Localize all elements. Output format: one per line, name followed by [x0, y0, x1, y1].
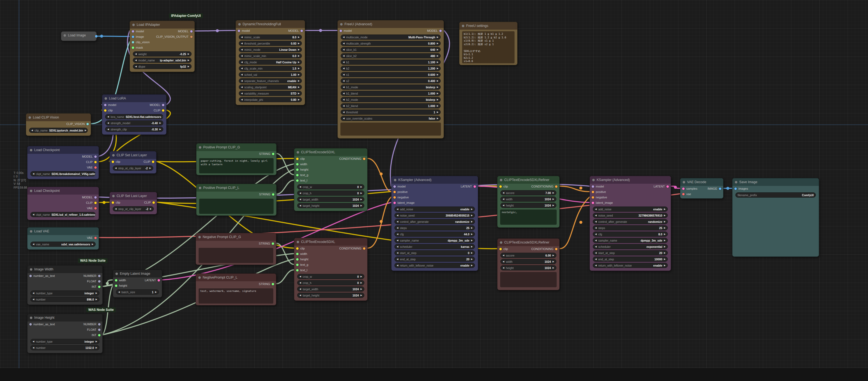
stepper-right-icon[interactable]: ▶ — [664, 252, 665, 254]
node-title-bar[interactable]: Positive Prompt CLIP_G — [196, 144, 276, 151]
output-slot[interactable]: IMAGE — [708, 187, 721, 190]
stepper-widget[interactable]: ◀number_typeinteger▶ — [30, 339, 99, 344]
node-title-bar[interactable]: Image Width — [27, 265, 102, 273]
widget-value[interactable]: 0.800 — [428, 42, 435, 45]
stepper-widget[interactable]: ◀ascore7.00▶ — [500, 190, 556, 196]
stepper-widget[interactable]: ◀number896.0▶ — [30, 297, 99, 302]
stepper-right-icon[interactable]: ▶ — [553, 260, 554, 263]
collapse-dot-icon[interactable] — [394, 179, 396, 181]
widget-value[interactable]: 0.93 — [291, 42, 296, 45]
input-slot[interactable]: number_as_text — [29, 274, 55, 277]
widget-value[interactable]: -2 — [146, 207, 148, 211]
stepper-right-icon[interactable]: ▶ — [298, 86, 300, 88]
collapse-dot-icon[interactable] — [30, 149, 32, 151]
stepper-widget[interactable]: ◀width1024▶ — [500, 259, 556, 264]
output-slot[interactable]: LATENT — [461, 185, 476, 188]
stepper-widget[interactable]: ◀width1024▶ — [500, 197, 556, 202]
widget-value[interactable]: 0 — [357, 185, 359, 188]
stepper-widget[interactable]: ◀b1_blend1.000▶ — [341, 91, 441, 96]
widget-value[interactable]: ComfyUI — [802, 194, 814, 197]
output-slot[interactable]: CLIP_VISION — [66, 122, 89, 125]
stepper-widget[interactable]: ◀number_typeinteger▶ — [30, 291, 99, 296]
stepper-widget[interactable]: ◀crop_w0▶ — [297, 274, 364, 279]
node-title-bar[interactable]: Load Checkpoint — [27, 187, 99, 195]
stepper-right-icon[interactable]: ▶ — [298, 61, 300, 63]
link-reroute-dot[interactable] — [580, 221, 583, 224]
link-reroute-dot[interactable] — [103, 201, 106, 204]
node-clip-set-last-layer-refiner[interactable]: CLIP Set Last LayerclipCLIP◀stop_at_clip… — [110, 192, 157, 214]
node-image-width[interactable]: Image Widthnumber_as_textNUMBERFLOATINT◀… — [27, 265, 103, 305]
output-slot-dot[interactable] — [190, 30, 193, 33]
stepper-right-icon[interactable]: ▶ — [298, 92, 300, 94]
stepper-left-icon[interactable]: ◀ — [241, 48, 243, 51]
stepper-widget[interactable]: ◀crop_h0▶ — [297, 280, 364, 285]
stepper-widget[interactable]: ◀steps25▶ — [395, 225, 475, 230]
collapse-dot-icon[interactable] — [198, 276, 201, 279]
stepper-right-icon[interactable]: ▶ — [298, 36, 300, 38]
input-slot[interactable]: height — [296, 168, 308, 171]
stepper-right-icon[interactable]: ▶ — [471, 221, 473, 223]
input-slot[interactable]: clip — [296, 247, 305, 250]
node-title-bar[interactable]: Load CLIP Vision — [26, 114, 91, 121]
widget-value[interactable]: 25 — [659, 226, 662, 230]
stepper-left-icon[interactable]: ◀ — [299, 282, 301, 284]
stepper-right-icon[interactable]: ▶ — [471, 264, 473, 267]
stepper-left-icon[interactable]: ◀ — [595, 221, 597, 223]
stepper-left-icon[interactable]: ◀ — [33, 347, 34, 349]
stepper-left-icon[interactable]: ◀ — [241, 92, 243, 94]
stepper-widget[interactable]: ◀sched_val1.00▶ — [239, 72, 302, 77]
stepper-left-icon[interactable]: ◀ — [241, 74, 243, 76]
collapse-dot-icon[interactable] — [735, 181, 737, 183]
output-slot-dot[interactable] — [272, 193, 274, 196]
text-area[interactable]: b1(1.1): 推奨 1 ≦ b1 ≦ 1.2 b2(1.2): 推奨 1.2… — [462, 31, 515, 63]
input-slot-dot[interactable] — [112, 160, 114, 163]
output-slot-dot[interactable] — [95, 35, 97, 37]
stepper-left-icon[interactable]: ◀ — [503, 254, 504, 257]
output-slot[interactable]: CONDITIONING — [339, 157, 365, 160]
widget-value[interactable]: 0.0 — [292, 54, 297, 58]
stepper-left-icon[interactable]: ◀ — [241, 36, 243, 38]
stepper-left-icon[interactable]: ◀ — [115, 167, 117, 169]
stepper-left-icon[interactable]: ◀ — [397, 252, 398, 254]
stepper-widget[interactable]: ◀return_with_leftover_noiseenable▶ — [395, 263, 475, 268]
stepper-right-icon[interactable]: ▶ — [437, 117, 438, 120]
output-slot[interactable]: MODEL — [150, 103, 164, 107]
collapse-dot-icon[interactable] — [297, 241, 299, 243]
stepper-left-icon[interactable]: ◀ — [595, 239, 597, 242]
widget-value[interactable]: -0.40 — [151, 121, 158, 125]
stepper-widget[interactable]: ◀threshold1▶ — [341, 110, 441, 115]
stepper-right-icon[interactable]: ▶ — [664, 239, 665, 242]
output-slot-dot[interactable] — [152, 160, 154, 163]
output-slot-dot[interactable] — [666, 185, 669, 188]
output-slot[interactable]: CLIP_VISION_OUTPUT — [156, 35, 193, 38]
input-slot-dot[interactable] — [29, 323, 32, 326]
input-slot[interactable]: samples — [682, 187, 698, 190]
input-slot[interactable]: model — [238, 29, 250, 32]
node-clip-text-encode-refiner-neg[interactable]: CLIPTextEncodeSDXLRefinerclipCONDITIONIN… — [497, 238, 560, 290]
node-title-bar[interactable]: Negative Prompt CLIP_G — [196, 233, 276, 241]
stepper-widget[interactable]: ◀ckpt_nameSDXL\sd_xl_refiner_1.0.safeten… — [30, 212, 96, 217]
output-slot-dot[interactable] — [98, 323, 100, 326]
widget-value[interactable]: karras — [461, 245, 469, 248]
node-ksampler-advanced-refiner[interactable]: KSampler (Advanced)modelLATENTpositivene… — [590, 176, 671, 271]
widget-value[interactable]: 0.400 — [428, 79, 435, 83]
node-title-bar[interactable]: CLIPTextEncodeSDXL — [294, 148, 367, 156]
output-slot-dot[interactable] — [94, 155, 97, 158]
stepper-widget[interactable]: ◀cfg44.0▶ — [395, 232, 475, 237]
input-slot[interactable]: clip — [296, 157, 305, 160]
stepper-widget[interactable]: ◀mimic_scale_min0.0▶ — [239, 53, 302, 58]
widget-value[interactable]: 896.0 — [87, 298, 94, 301]
input-slot[interactable]: text_l — [296, 268, 307, 272]
stepper-left-icon[interactable]: ◀ — [33, 292, 34, 294]
output-slot[interactable]: CLIP — [144, 160, 154, 163]
collapse-dot-icon[interactable] — [199, 187, 201, 189]
stepper-left-icon[interactable]: ◀ — [595, 264, 597, 267]
widget-value[interactable]: dpmpp_3m_sde — [641, 239, 662, 242]
stepper-right-icon[interactable]: ▶ — [553, 267, 554, 269]
input-slot-dot[interactable] — [132, 47, 134, 49]
stepper-widget[interactable]: ◀control_after_generaterandomize▶ — [593, 219, 668, 224]
node-title-bar[interactable]: CLIPTextEncodeSDXLRefiner — [497, 239, 559, 246]
stepper-right-icon[interactable]: ▶ — [553, 198, 554, 200]
link-reroute-dot[interactable] — [580, 187, 583, 190]
input-slot-dot[interactable] — [682, 187, 685, 190]
